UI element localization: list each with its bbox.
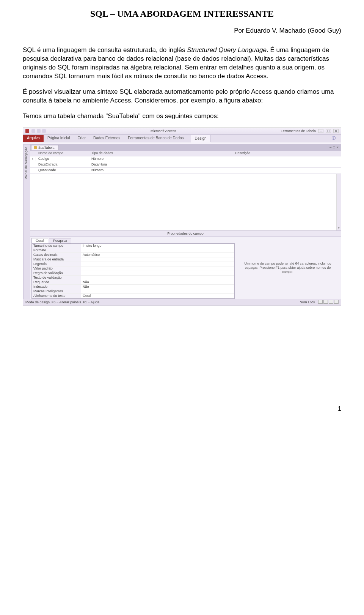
tab-external[interactable]: Dados Externos [89, 135, 124, 142]
col-header-type: Tipo de dados [89, 151, 142, 155]
workspace: » Painel de Navegação SuaTabela – □ × No… [23, 145, 341, 299]
p1-text-italic: Structured Query Language [187, 46, 267, 54]
window-controls[interactable]: – □ × [318, 129, 339, 133]
statusbar: Modo de design. F6 = Alterar painéis. F1… [23, 299, 341, 306]
col-header-desc: Descrição [142, 151, 341, 155]
paragraph-3: Temos uma tabela chamada "SuaTabela" com… [23, 112, 341, 121]
view-design-icon[interactable] [334, 300, 339, 304]
prop-key: Casas decimais [32, 253, 81, 257]
app-title: Microsoft Access [48, 129, 279, 133]
prop-value[interactable] [81, 257, 234, 262]
tab-file[interactable]: Arquivo [23, 135, 44, 142]
prop-value[interactable] [81, 289, 234, 293]
document-tabs: SuaTabela – □ × [30, 145, 341, 151]
field-properties-title: Propriedades do campo [30, 230, 341, 237]
mdi-restore-icon[interactable]: □ [333, 145, 335, 150]
view-pivotchart-icon[interactable] [329, 300, 333, 304]
field-name[interactable]: Quantidade [36, 168, 89, 172]
close-icon[interactable]: × [333, 129, 339, 133]
ribbon-tabs: Arquivo Página Inicial Criar Dados Exter… [23, 135, 341, 142]
quick-access-toolbar[interactable] [31, 129, 46, 133]
field-type[interactable]: Data/Hora [89, 162, 142, 167]
prop-value[interactable] [81, 276, 234, 280]
table-icon [34, 146, 37, 149]
ribbon-help-icon[interactable]: ⓘ [329, 135, 338, 142]
qat-undo-icon[interactable] [37, 129, 41, 133]
navigation-pane-collapsed[interactable]: Painel de Navegação [23, 145, 30, 299]
view-pivottable-icon[interactable] [323, 300, 328, 304]
grid-header-row: Nome do campo Tipo de dados Descrição [30, 151, 341, 156]
prop-key: Formato [32, 248, 81, 252]
prop-value[interactable]: Não [81, 285, 234, 289]
access-app-icon [25, 129, 29, 133]
field-name[interactable]: DataEntrada [36, 162, 89, 167]
property-tab-general[interactable]: Geral [31, 238, 48, 244]
mdi-minimize-icon[interactable]: – [329, 145, 331, 150]
prop-value[interactable] [81, 262, 234, 266]
prop-value[interactable]: Não [81, 280, 234, 284]
field-type[interactable]: Número [89, 157, 142, 161]
prop-value[interactable] [81, 266, 234, 271]
context-tab-group: Ferramentas de Tabela [281, 129, 316, 133]
document-author: Por Eduardo V. Machado (Good Guy) [23, 27, 341, 35]
prop-key: Máscara de entrada [32, 257, 81, 262]
field-name[interactable]: Codigo [36, 157, 89, 161]
field-row[interactable]: Quantidade Número [30, 168, 341, 173]
mdi-close-icon[interactable]: × [337, 145, 339, 150]
prop-value[interactable]: Geral [81, 294, 234, 298]
p1-text-a: SQL é uma linguagem de consulta estrutur… [23, 46, 187, 54]
prop-key: Tamanho do campo [32, 244, 81, 248]
vertical-scrollbar[interactable] [336, 174, 341, 230]
qat-redo-icon[interactable] [42, 129, 46, 133]
document-tab-suatabela[interactable]: SuaTabela [31, 145, 59, 150]
prop-value[interactable]: Inteiro longo [81, 244, 234, 248]
mdi-window-controls[interactable]: – □ × [329, 145, 341, 150]
prop-key: Legenda [32, 262, 81, 266]
prop-key: Indexado [32, 285, 81, 289]
property-help-text: Um nome de campo pode ter até 64 caracte… [235, 237, 341, 299]
prop-key: Texto de validação [32, 276, 81, 280]
page-number: 1 [23, 405, 341, 413]
document-area: SuaTabela – □ × Nome do campo Tipo de da… [30, 145, 341, 299]
field-row[interactable]: DataEntrada Data/Hora [30, 162, 341, 168]
maximize-icon[interactable]: □ [326, 129, 331, 133]
row-selector-icon[interactable]: ▸ [30, 157, 36, 161]
status-left: Modo de design. F6 = Alterar painéis. F1… [25, 300, 100, 304]
prop-value[interactable] [81, 248, 234, 252]
prop-value[interactable]: Automático [81, 253, 234, 257]
minimize-icon[interactable]: – [318, 129, 323, 133]
access-window: Microsoft Access Ferramentas de Tabela –… [23, 128, 341, 306]
table-design-grid[interactable]: Nome do campo Tipo de dados Descrição ▸ … [30, 151, 341, 299]
property-tab-lookup[interactable]: Pesquisa [49, 238, 71, 244]
qat-save-icon[interactable] [31, 129, 35, 133]
field-properties-area: Geral Pesquisa Tamanho do campoInteiro l… [30, 237, 341, 299]
grid-empty-area[interactable] [30, 173, 341, 230]
prop-key: Valor padrão [32, 266, 81, 271]
tab-home[interactable]: Página Inicial [44, 135, 74, 142]
view-switcher[interactable] [317, 300, 339, 305]
property-tabs: Geral Pesquisa [30, 237, 235, 244]
prop-key: Marcas Inteligentes [32, 289, 81, 293]
field-row[interactable]: ▸ Codigo Número [30, 156, 341, 162]
tab-create[interactable]: Criar [74, 135, 89, 142]
prop-key: Alinhamento do texto [32, 294, 81, 298]
tab-design[interactable]: Design [191, 135, 211, 142]
property-grid[interactable]: Tamanho do campoInteiro longo Formato Ca… [31, 243, 235, 299]
col-header-name: Nome do campo [36, 151, 89, 155]
status-numlock: Num Lock [300, 300, 315, 304]
document-tab-label: SuaTabela [38, 146, 55, 150]
view-datasheet-icon[interactable] [318, 300, 323, 304]
prop-key: Requerido [32, 280, 81, 284]
prop-key: Regra de validação [32, 271, 81, 275]
field-type[interactable]: Número [89, 168, 142, 172]
paragraph-1: SQL é uma linguagem de consulta estrutur… [23, 46, 341, 81]
tab-dbtools[interactable]: Ferramentas de Banco de Dados [124, 135, 187, 142]
titlebar: Microsoft Access Ferramentas de Tabela –… [23, 128, 341, 135]
prop-value[interactable] [81, 271, 234, 275]
paragraph-2: É possível visualizar uma sintaxe SQL el… [23, 88, 341, 105]
document-title: SQL – UMA ABORDAGEM INTERESSANTE [23, 8, 341, 20]
